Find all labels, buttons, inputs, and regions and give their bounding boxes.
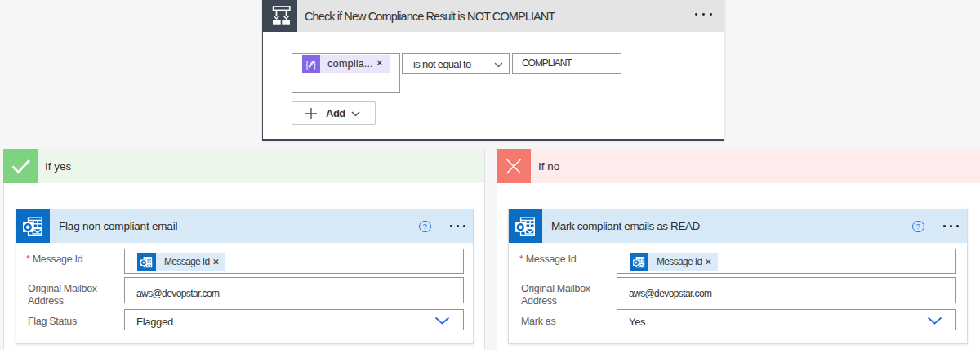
svg-text:{: { — [305, 58, 309, 70]
svg-text:}: } — [313, 58, 316, 70]
